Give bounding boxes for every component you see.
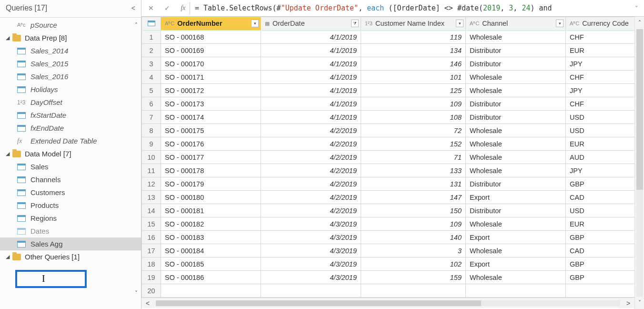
cell-channel[interactable]: Wholesale	[466, 271, 566, 284]
query-sales-agg[interactable]: Sales Agg	[0, 237, 141, 250]
cell-customer-index[interactable]: 152	[361, 137, 466, 151]
cell-currency[interactable]: GBP	[566, 271, 635, 284]
cell-customer-index[interactable]: 134	[361, 44, 466, 57]
table-row[interactable]: 15SO - 0001824/3/2019109WholesaleEUR	[142, 217, 635, 231]
cell-customer-index[interactable]: 108	[361, 111, 466, 124]
cell-currency[interactable]: USD	[566, 111, 635, 124]
cell-currency[interactable]: CAD	[566, 191, 635, 204]
cell-channel[interactable]: Distributor	[466, 57, 566, 71]
column-filter-icon[interactable]: ⧩	[351, 20, 359, 27]
query-sales-2015[interactable]: Sales_2015	[0, 57, 141, 70]
col-orderdate[interactable]: ▦ OrderDate ⧩	[261, 17, 361, 31]
table-row[interactable]: 14SO - 0001814/2/2019150DistributorUSD	[142, 204, 635, 217]
table-row[interactable]: 3SO - 0001704/1/2019146DistributorJPY	[142, 57, 635, 71]
cell-orderdate[interactable]: 4/1/2019	[261, 84, 361, 97]
cancel-button[interactable]: ✕	[144, 2, 158, 14]
group-data-prep[interactable]: ◢ Data Prep [8]	[0, 31, 141, 44]
cell-ordernumber[interactable]: SO - 000176	[161, 137, 261, 151]
cell-currency[interactable]: JPY	[566, 164, 635, 177]
cell-currency[interactable]: CHF	[566, 31, 635, 44]
cell-customer-index[interactable]	[361, 284, 466, 298]
cell-channel[interactable]: Wholesale	[466, 84, 566, 97]
table-row[interactable]: 6SO - 0001734/1/2019109DistributorCHF	[142, 97, 635, 111]
cell-ordernumber[interactable]: SO - 000171	[161, 71, 261, 84]
query-psource[interactable]: Aᴮc pSource	[0, 19, 141, 31]
cell-orderdate[interactable]: 4/2/2019	[261, 151, 361, 164]
query-sales-2014[interactable]: Sales_2014	[0, 44, 141, 57]
table-row[interactable]: 7SO - 0001744/1/2019108DistributorUSD	[142, 111, 635, 124]
cell-channel[interactable]: Export	[466, 231, 566, 244]
cell-orderdate[interactable]: 4/1/2019	[261, 44, 361, 57]
data-grid[interactable]: AᴮC OrderNumber ▾ ▦ OrderDate ⧩	[141, 17, 634, 309]
cell-currency[interactable]: EUR	[566, 44, 635, 57]
cell-currency[interactable]: GBP	[566, 258, 635, 271]
cell-channel[interactable]: Wholesale	[466, 244, 566, 258]
cell-ordernumber[interactable]: SO - 000173	[161, 97, 261, 111]
cell-currency[interactable]: USD	[566, 204, 635, 217]
cell-customer-index[interactable]: 101	[361, 71, 466, 84]
table-row[interactable]: 5SO - 0001724/1/2019125WholesaleJPY	[142, 84, 635, 97]
scroll-down-icon[interactable]: ˅	[638, 297, 641, 309]
table-row[interactable]: 13SO - 0001804/2/2019147ExportCAD	[142, 191, 635, 204]
cell-orderdate[interactable]: 4/3/2019	[261, 217, 361, 231]
table-corner[interactable]	[142, 17, 161, 31]
cell-channel[interactable]: Export	[466, 191, 566, 204]
cell-customer-index[interactable]: 119	[361, 31, 466, 44]
cell-customer-index[interactable]: 102	[361, 258, 466, 271]
table-row[interactable]: 12SO - 0001794/2/2019131DistributorGBP	[142, 177, 635, 191]
table-row[interactable]: 20	[142, 284, 635, 298]
cell-channel[interactable]: Distributor	[466, 111, 566, 124]
group-other-queries[interactable]: ◢ Other Queries [1]	[0, 250, 141, 263]
query-channels[interactable]: Channels	[0, 173, 141, 186]
cell-orderdate[interactable]: 4/2/2019	[261, 204, 361, 217]
query-extended-date-table[interactable]: fx Extended Date Table	[0, 134, 141, 147]
cell-ordernumber[interactable]: SO - 000177	[161, 151, 261, 164]
cell-ordernumber[interactable]: SO - 000185	[161, 258, 261, 271]
cell-currency[interactable]: JPY	[566, 84, 635, 97]
cell-customer-index[interactable]: 146	[361, 57, 466, 71]
cell-orderdate[interactable]: 4/1/2019	[261, 71, 361, 84]
cell-currency[interactable]: CHF	[566, 97, 635, 111]
cell-channel[interactable]: Wholesale	[466, 31, 566, 44]
scroll-track[interactable]	[636, 29, 643, 297]
cell-orderdate[interactable]: 4/2/2019	[261, 177, 361, 191]
cell-customer-index[interactable]: 147	[361, 191, 466, 204]
query-dates[interactable]: Dates	[0, 225, 141, 237]
cell-orderdate[interactable]: 4/2/2019	[261, 137, 361, 151]
table-row[interactable]: 19SO - 0001864/3/2019159WholesaleGBP	[142, 271, 635, 284]
cell-customer-index[interactable]: 72	[361, 124, 466, 137]
cell-channel[interactable]	[466, 284, 566, 298]
cell-orderdate[interactable]	[261, 284, 361, 298]
cell-currency[interactable]: AUD	[566, 151, 635, 164]
cell-customer-index[interactable]: 109	[361, 217, 466, 231]
col-channel[interactable]: AᴮC Channel ▾	[466, 17, 566, 31]
cell-customer-index[interactable]: 109	[361, 97, 466, 111]
col-customer-index[interactable]: 1²3 Customer Name Index ▾	[361, 17, 466, 31]
table-row[interactable]: 8SO - 0001754/2/201972WholesaleUSD	[142, 124, 635, 137]
cell-customer-index[interactable]: 140	[361, 231, 466, 244]
scroll-left-icon[interactable]: <	[141, 299, 154, 307]
cell-channel[interactable]: Wholesale	[466, 151, 566, 164]
table-row[interactable]: 9SO - 0001764/2/2019152WholesaleEUR	[142, 137, 635, 151]
column-dropdown-icon[interactable]: ▾	[251, 20, 259, 27]
query-regions[interactable]: Regions	[0, 212, 141, 225]
formula-text[interactable]: = Table.SelectRows(#"Update OrderDate", …	[193, 4, 629, 12]
cell-ordernumber[interactable]: SO - 000175	[161, 124, 261, 137]
scroll-right-icon[interactable]: >	[622, 299, 634, 307]
cell-channel[interactable]: Distributor	[466, 177, 566, 191]
cell-channel[interactable]: Export	[466, 258, 566, 271]
cell-currency[interactable]: JPY	[566, 57, 635, 71]
cell-channel[interactable]: Wholesale	[466, 164, 566, 177]
cell-orderdate[interactable]: 4/1/2019	[261, 57, 361, 71]
cell-customer-index[interactable]: 159	[361, 271, 466, 284]
cell-currency[interactable]: CHF	[566, 71, 635, 84]
cell-ordernumber[interactable]: SO - 000174	[161, 111, 261, 124]
cell-orderdate[interactable]: 4/2/2019	[261, 191, 361, 204]
table-row[interactable]: 4SO - 0001714/1/2019101WholesaleCHF	[142, 71, 635, 84]
cell-ordernumber[interactable]: SO - 000168	[161, 31, 261, 44]
cell-ordernumber[interactable]: SO - 000183	[161, 231, 261, 244]
cell-orderdate[interactable]: 4/1/2019	[261, 31, 361, 44]
table-row[interactable]: 17SO - 0001844/3/20193WholesaleCAD	[142, 244, 635, 258]
table-row[interactable]: 18SO - 0001854/3/2019102ExportGBP	[142, 258, 635, 271]
cell-ordernumber[interactable]: SO - 000186	[161, 271, 261, 284]
